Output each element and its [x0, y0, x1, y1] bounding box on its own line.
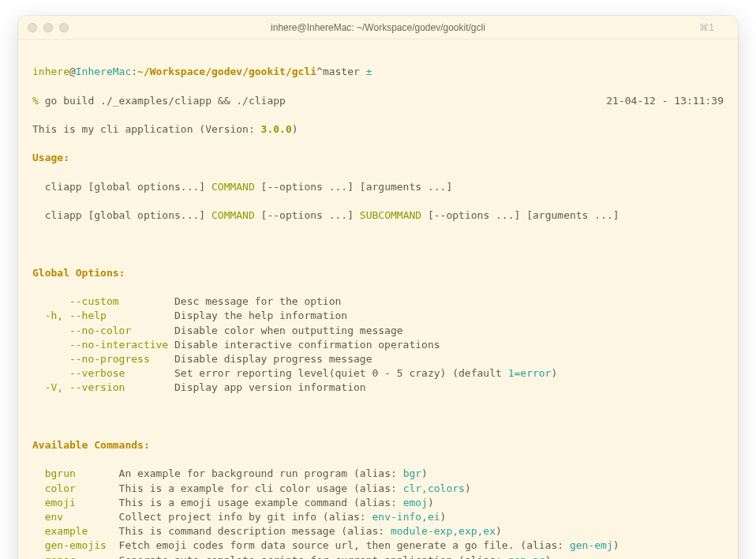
command-alias: module-exp,exp,ex: [391, 525, 496, 537]
close-icon[interactable]: [28, 23, 37, 32]
option-row: --no-progress Disable display progress m…: [32, 352, 724, 366]
prompt-sep: :: [131, 65, 137, 79]
option-flags: --no-color: [32, 325, 174, 336]
option-desc: Disable display progress message: [174, 353, 372, 365]
option-flags: --verbose: [32, 367, 174, 379]
prompt-branch: master: [323, 65, 360, 79]
command-desc: This is a emoji usage example command (a…: [119, 497, 403, 508]
global-options-header: Global Options:: [32, 266, 724, 280]
intro-line: This is my cli application (Version: 3.0…: [32, 122, 724, 137]
option-flags: --no-progress: [32, 353, 174, 365]
command-name: env: [45, 511, 63, 523]
prompt-sigil: %: [32, 94, 39, 108]
command-row: gen-emojis Fetch emoji codes form data s…: [32, 538, 724, 553]
traffic-lights: [28, 23, 69, 32]
command-desc: This is command description message (ali…: [119, 525, 391, 537]
prompt-branch-prefix: ^: [316, 65, 323, 79]
terminal-body[interactable]: inhere@InhereMac:~/Workspace/godev/gooki…: [18, 39, 738, 559]
prompt-at: @: [69, 65, 76, 79]
command-desc: Collect project info by git info (alias:: [119, 511, 372, 523]
command-desc: An example for background run program (a…: [119, 467, 403, 479]
command-alias: gen-ac: [508, 554, 545, 559]
timestamp: 21-04-12 - 13:11:39: [606, 94, 724, 108]
option-desc: Disable interactive confirmation operati…: [174, 339, 440, 351]
available-commands-header: Available Commands:: [32, 438, 724, 452]
usage-line-2: cliapp [global options...] COMMAND [--op…: [32, 208, 724, 223]
prompt-path: ~/Workspace/godev/gookit/gcli: [137, 65, 316, 79]
zoom-icon[interactable]: [59, 23, 69, 32]
prompt-cmd: go build ./_examples/cliapp && ./cliapp: [39, 94, 286, 108]
command-desc: Generate auto complete scripts for curre…: [119, 554, 508, 559]
option-row: -V, --version Display app version inform…: [32, 381, 724, 395]
option-desc: Set error reporting level(quiet 0 - 5 cr…: [174, 367, 508, 379]
command-name: example: [45, 525, 88, 537]
command-row: env Collect project info by git info (al…: [32, 510, 724, 524]
shortcut-hint: ⌘1: [699, 22, 714, 33]
option-desc: Display the help information: [174, 310, 347, 321]
command-alias: clr,colors: [403, 482, 465, 494]
blank: [32, 237, 724, 251]
usage-line-1: cliapp [global options...] COMMAND [--op…: [32, 180, 724, 194]
option-row: --verbose Set error reporting level(quie…: [32, 366, 724, 381]
option-desc: Disable color when outputting message: [174, 325, 403, 336]
command-name: color: [45, 482, 76, 494]
command-row: color This is a example for cli color us…: [32, 482, 724, 496]
command-alias: gen-emj: [570, 539, 613, 551]
command-name: bgrun: [45, 467, 76, 479]
command-row: emoji This is a emoji usage example comm…: [32, 496, 724, 510]
command-name: genac: [45, 554, 76, 559]
prompt-line-1: inhere@InhereMac:~/Workspace/godev/gooki…: [32, 65, 724, 79]
prompt-user: inhere: [32, 65, 69, 79]
window-title: inhere@InhereMac: ~/Workspace/godev/gook…: [271, 22, 485, 33]
command-desc: Fetch emoji codes form data source url, …: [119, 539, 570, 551]
minimize-icon[interactable]: [43, 23, 53, 32]
prompt-dirty: ±: [360, 65, 372, 79]
command-desc: This is a example for cli color usage (a…: [119, 482, 403, 494]
option-default: 1=error: [508, 367, 552, 379]
command-row: genac Generate auto complete scripts for…: [32, 553, 724, 559]
blank: [32, 410, 724, 424]
option-row: --custom Desc message for the option: [32, 295, 724, 309]
command-alias: env-info,ei: [372, 511, 440, 523]
command-row: bgrun An example for background run prog…: [32, 467, 724, 481]
option-row: --no-interactive Disable interactive con…: [32, 338, 724, 352]
prompt-line-2: % go build ./_examples/cliapp && ./cliap…: [32, 94, 724, 108]
titlebar: inhere@InhereMac: ~/Workspace/godev/gook…: [18, 16, 738, 39]
command-name: gen-emojis: [45, 539, 107, 551]
command-row: example This is command description mess…: [32, 524, 724, 538]
option-flags: -V, --version: [32, 381, 174, 393]
prompt-host: InhereMac: [76, 65, 131, 79]
option-flags: --no-interactive: [32, 339, 174, 351]
option-row: -h, --help Display the help information: [32, 309, 724, 323]
terminal-window: inhere@InhereMac: ~/Workspace/godev/gook…: [18, 16, 738, 559]
option-flags: --custom: [32, 295, 174, 307]
option-flags: -h, --help: [32, 310, 174, 321]
command-name: emoji: [45, 497, 76, 508]
app-version: 3.0.0: [261, 123, 292, 135]
usage-header: Usage:: [32, 151, 724, 165]
option-row: --no-color Disable color when outputting…: [32, 324, 724, 338]
option-desc: Desc message for the option: [174, 295, 341, 307]
option-desc: Display app version information: [174, 381, 366, 393]
command-alias: bgr: [403, 467, 421, 479]
command-alias: emoj: [403, 497, 428, 508]
